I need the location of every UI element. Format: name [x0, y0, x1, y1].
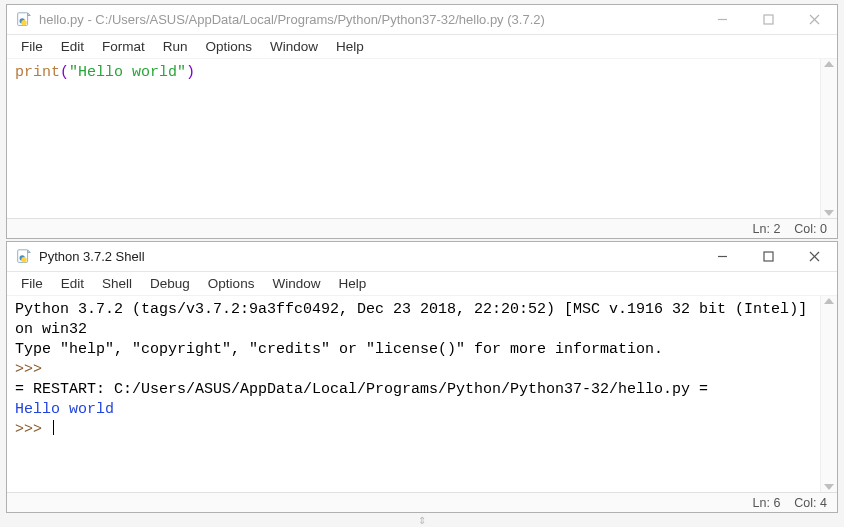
- svg-point-9: [21, 257, 26, 262]
- menu-help[interactable]: Help: [328, 37, 372, 56]
- menu-format[interactable]: Format: [94, 37, 153, 56]
- shell-statusbar: Ln: 6 Col: 4: [7, 492, 837, 512]
- shell-prompt: >>>: [15, 421, 42, 438]
- shell-content[interactable]: Python 3.7.2 (tags/v3.7.2:9a3ffc0492, De…: [7, 296, 837, 492]
- token-lparen: (: [60, 64, 69, 81]
- editor-status-line: Ln: 2: [753, 222, 781, 236]
- python-shell-icon: [15, 248, 33, 266]
- shell-status-line: Ln: 6: [753, 496, 781, 510]
- python-file-icon: [15, 11, 33, 29]
- close-button[interactable]: [791, 242, 837, 271]
- shell-window: Python 3.7.2 Shell File Edit Shell Debug…: [6, 241, 838, 513]
- maximize-button[interactable]: [745, 242, 791, 271]
- editor-menubar: File Edit Format Run Options Window Help: [7, 35, 837, 59]
- menu-options[interactable]: Options: [200, 274, 263, 293]
- shell-banner-line2: Type "help", "copyright", "credits" or "…: [15, 341, 663, 358]
- menu-file[interactable]: File: [13, 274, 51, 293]
- shell-program-output: Hello world: [15, 401, 114, 418]
- menu-file[interactable]: File: [13, 37, 51, 56]
- svg-rect-11: [764, 252, 773, 261]
- shell-menubar: File Edit Shell Debug Options Window Hel…: [7, 272, 837, 296]
- shell-output[interactable]: Python 3.7.2 (tags/v3.7.2:9a3ffc0492, De…: [7, 296, 837, 444]
- shell-restart-line: = RESTART: C:/Users/ASUS/AppData/Local/P…: [15, 381, 708, 398]
- shell-title: Python 3.7.2 Shell: [39, 249, 145, 264]
- editor-title: hello.py - C:/Users/ASUS/AppData/Local/P…: [39, 12, 545, 27]
- editor-status-col: Col: 0: [794, 222, 827, 236]
- minimize-button[interactable]: [699, 5, 745, 34]
- menu-debug[interactable]: Debug: [142, 274, 198, 293]
- maximize-button[interactable]: [745, 5, 791, 34]
- scroll-up-icon[interactable]: [824, 61, 834, 67]
- token-rparen: ): [186, 64, 195, 81]
- editor-window: hello.py - C:/Users/ASUS/AppData/Local/P…: [6, 4, 838, 239]
- svg-rect-4: [764, 15, 773, 24]
- editor-window-buttons: [699, 5, 837, 34]
- shell-titlebar[interactable]: Python 3.7.2 Shell: [7, 242, 837, 272]
- menu-edit[interactable]: Edit: [53, 274, 92, 293]
- menu-window[interactable]: Window: [264, 274, 328, 293]
- menu-edit[interactable]: Edit: [53, 37, 92, 56]
- menu-help[interactable]: Help: [330, 274, 374, 293]
- text-cursor: [53, 420, 54, 435]
- shell-scrollbar[interactable]: [820, 296, 837, 492]
- close-button[interactable]: [791, 5, 837, 34]
- menu-run[interactable]: Run: [155, 37, 196, 56]
- editor-statusbar: Ln: 2 Col: 0: [7, 218, 837, 238]
- token-function: print: [15, 64, 60, 81]
- token-string: "Hello world": [69, 64, 186, 81]
- scroll-up-icon[interactable]: [824, 298, 834, 304]
- shell-banner-line1: Python 3.7.2 (tags/v3.7.2:9a3ffc0492, De…: [15, 301, 816, 338]
- editor-content[interactable]: print("Hello world"): [7, 59, 837, 218]
- editor-scrollbar[interactable]: [820, 59, 837, 218]
- menu-shell[interactable]: Shell: [94, 274, 140, 293]
- resize-handle-icon[interactable]: ⇕: [0, 517, 844, 527]
- shell-prompt: >>>: [15, 361, 42, 378]
- minimize-button[interactable]: [699, 242, 745, 271]
- scroll-down-icon[interactable]: [824, 210, 834, 216]
- shell-window-buttons: [699, 242, 837, 271]
- menu-options[interactable]: Options: [198, 37, 261, 56]
- editor-titlebar[interactable]: hello.py - C:/Users/ASUS/AppData/Local/P…: [7, 5, 837, 35]
- scroll-down-icon[interactable]: [824, 484, 834, 490]
- svg-point-2: [21, 20, 26, 25]
- menu-window[interactable]: Window: [262, 37, 326, 56]
- shell-status-col: Col: 4: [794, 496, 827, 510]
- editor-code[interactable]: print("Hello world"): [7, 59, 837, 87]
